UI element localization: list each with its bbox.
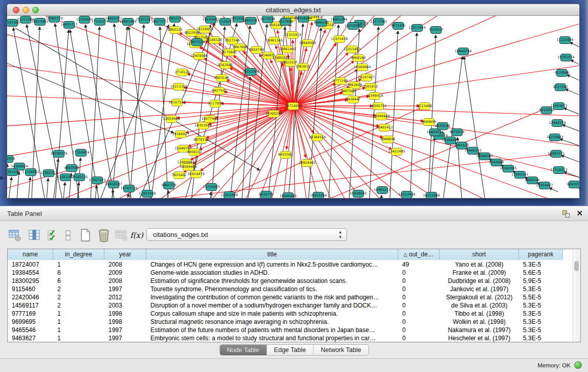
- tab-node-table[interactable]: Node Table: [220, 345, 267, 355]
- graph-node[interactable]: 8141363: [7, 19, 18, 27]
- table-cell[interactable]: 0: [398, 301, 440, 310]
- graph-node[interactable]: 12923448: [142, 190, 153, 198]
- minimize-window-button[interactable]: [23, 7, 29, 13]
- graph-node[interactable]: 8454749: [251, 46, 262, 54]
- graph-node[interactable]: 1527602: [280, 18, 291, 26]
- new-file-button[interactable]: [78, 228, 93, 243]
- graph-node[interactable]: 9097548: [66, 164, 77, 172]
- graph-node[interactable]: 11325419: [287, 31, 298, 39]
- table-cell[interactable]: Estimation of significance thresholds fo…: [146, 277, 398, 285]
- table-cell[interactable]: 1997: [104, 326, 146, 334]
- table-cell[interactable]: 1: [53, 326, 104, 334]
- table-cell[interactable]: 1998: [104, 310, 146, 318]
- graph-node[interactable]: 7515527: [430, 26, 442, 34]
- graph-node[interactable]: 9175685: [224, 49, 235, 56]
- table-cell[interactable]: 5.3E-5: [519, 326, 563, 334]
- graph-node[interactable]: 17957223: [92, 177, 103, 184]
- graph-node[interactable]: 19924462: [301, 159, 313, 167]
- table-cell[interactable]: Embryonic stem cells: a model to study s…: [146, 334, 398, 342]
- table-cell[interactable]: 1: [53, 260, 104, 269]
- graph-node[interactable]: 9465779: [163, 182, 175, 189]
- table-cell[interactable]: 1997: [104, 334, 146, 342]
- graph-node[interactable]: 20153346: [245, 68, 256, 76]
- graph-node[interactable]: 8878334: [195, 136, 207, 144]
- column-header-year[interactable]: year: [104, 249, 146, 260]
- row-height-button[interactable]: [60, 228, 76, 243]
- table-cell[interactable]: 0: [398, 310, 440, 318]
- table-cell[interactable]: Dudbridge et al. (2008): [440, 277, 519, 285]
- table-cell[interactable]: 2012: [104, 293, 146, 301]
- column-header-out_de[interactable]: △out_de…: [398, 249, 440, 260]
- graph-node[interactable]: 10560664: [357, 63, 368, 71]
- graph-node[interactable]: 19565370: [49, 16, 60, 23]
- graph-node[interactable]: 12342757: [43, 169, 54, 177]
- table-row[interactable]: 977716911998Corpus callosum shape and si…: [8, 310, 563, 318]
- graph-node[interactable]: 9668169: [353, 54, 364, 62]
- graph-node[interactable]: 2803144: [216, 74, 227, 82]
- table-cell[interactable]: Jankovic et al. (1997): [440, 285, 519, 293]
- graph-node[interactable]: 16153466: [426, 192, 437, 199]
- graph-node[interactable]: 10107427: [361, 74, 372, 81]
- graph-node[interactable]: 22420046: [193, 52, 205, 60]
- graph-node[interactable]: 9498212: [189, 148, 200, 156]
- graph-node[interactable]: 18724007: [288, 102, 299, 110]
- graph-node[interactable]: 16946153: [467, 147, 478, 155]
- graph-node[interactable]: 8215953: [541, 106, 552, 114]
- table-cell[interactable]: de Silva et al. (2003): [440, 301, 519, 310]
- graph-node[interactable]: 12444159: [552, 119, 563, 127]
- table-cell[interactable]: 0: [398, 334, 440, 342]
- table-cell[interactable]: 5.6E-5: [519, 269, 563, 277]
- table-cell[interactable]: 6: [53, 277, 104, 285]
- graph-node[interactable]: 13422495: [391, 148, 402, 156]
- table-selector-dropdown[interactable]: citations_edges.txt ▲▼: [146, 228, 347, 241]
- table-cell[interactable]: 2003: [104, 301, 146, 310]
- table-cell[interactable]: 0: [398, 285, 440, 293]
- scrollbar-thumb[interactable]: [574, 261, 579, 271]
- graph-node[interactable]: 15128203: [220, 18, 231, 26]
- graph-node[interactable]: 9242848: [220, 61, 231, 69]
- table-cell[interactable]: Structural magnetic resonance image aver…: [146, 318, 398, 326]
- table-cell[interactable]: 9463627: [8, 334, 53, 342]
- graph-node[interactable]: 15992371: [551, 150, 562, 158]
- column-visibility-button[interactable]: [27, 228, 42, 243]
- graph-node[interactable]: 8186328: [209, 36, 220, 44]
- graph-node[interactable]: 16210643: [549, 134, 560, 141]
- graph-node[interactable]: 10985219: [377, 186, 388, 194]
- graph-node[interactable]: 9497568: [342, 87, 354, 95]
- network-window[interactable]: citations_edges.txt 18724007886012389129…: [7, 4, 580, 199]
- table-cell[interactable]: 5.3E-5: [519, 334, 563, 342]
- graph-node[interactable]: 9671355: [393, 22, 404, 30]
- network-window-titlebar[interactable]: citations_edges.txt: [7, 4, 579, 16]
- graph-node[interactable]: 15492412: [379, 124, 390, 132]
- graph-node[interactable]: 18316604: [298, 16, 309, 23]
- table-cell[interactable]: Tibbo et al. (1998): [440, 310, 519, 318]
- graph-node[interactable]: 9391594: [7, 168, 18, 176]
- graph-node[interactable]: 16046446: [282, 192, 294, 199]
- tab-network-table[interactable]: Network Table: [314, 345, 368, 355]
- graph-node[interactable]: 9699695: [423, 118, 434, 126]
- function-builder-button[interactable]: f(x): [129, 228, 144, 243]
- panel-collapse-arrow-icon[interactable]: [1, 176, 4, 180]
- graph-node[interactable]: 14099489: [183, 163, 194, 171]
- graph-node[interactable]: 11015453: [346, 46, 358, 53]
- graph-node[interactable]: 16914479: [190, 170, 202, 178]
- table-cell[interactable]: 18300295: [8, 277, 53, 285]
- column-header-title[interactable]: title: [146, 249, 398, 260]
- table-cell[interactable]: 5.9E-5: [519, 277, 563, 285]
- graph-node[interactable]: 11975438: [334, 35, 345, 43]
- graph-node[interactable]: 11156862: [25, 168, 36, 176]
- vertical-scrollbar[interactable]: [573, 250, 580, 342]
- graph-node[interactable]: 9679219: [451, 128, 463, 136]
- table-cell[interactable]: 9115460: [8, 285, 53, 293]
- table-row[interactable]: 969969511998Structural magnetic resonanc…: [8, 318, 563, 326]
- table-cell[interactable]: 9699695: [8, 318, 53, 326]
- graph-node[interactable]: 18839062: [205, 16, 216, 24]
- table-cell[interactable]: 1: [53, 334, 104, 342]
- table-cell[interactable]: 9465546: [8, 326, 53, 334]
- table-row[interactable]: 946362711997Embryonic stem cells: a mode…: [8, 334, 563, 342]
- graph-node[interactable]: 10861665: [282, 46, 293, 53]
- table-cell[interactable]: 0: [398, 293, 440, 301]
- column-header-pagerank[interactable]: pagerank: [519, 249, 563, 260]
- table-cell[interactable]: 0: [398, 318, 440, 326]
- table-cell[interactable]: 1: [53, 310, 104, 318]
